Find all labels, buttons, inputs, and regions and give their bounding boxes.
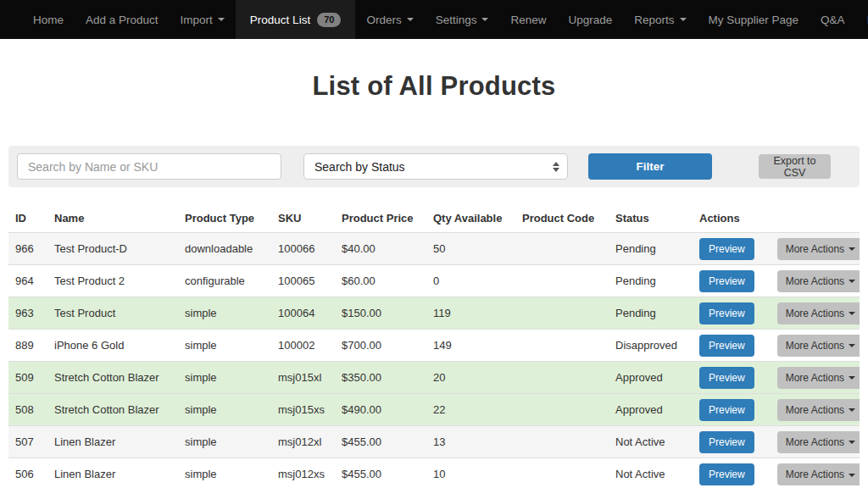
chevron-down-icon xyxy=(849,474,855,477)
cell-product-code xyxy=(515,330,609,362)
chevron-down-icon xyxy=(680,18,687,21)
status-select[interactable]: Search by Status xyxy=(303,153,568,180)
cell-product-type: configurable xyxy=(178,265,271,297)
cell-sku: msj015xs xyxy=(271,394,335,426)
cell-product-code xyxy=(515,362,609,394)
cell-price: $60.00 xyxy=(335,265,426,297)
more-actions-button[interactable]: More Actions xyxy=(777,335,860,357)
products-table: ID Name Product Type SKU Product Price Q… xyxy=(8,207,860,488)
cell-id: 506 xyxy=(8,458,47,488)
filter-button[interactable]: Filter xyxy=(588,153,712,180)
cell-qty: 149 xyxy=(426,330,515,362)
preview-button[interactable]: Preview xyxy=(699,399,754,421)
cell-sku: msj015xl xyxy=(271,362,335,394)
table-row: 506 Linen Blazer simple msj012xs $455.00… xyxy=(8,458,860,488)
column-header-id: ID xyxy=(8,207,47,233)
nav-item-add-a-product[interactable]: Add a Product xyxy=(75,0,170,39)
preview-button[interactable]: Preview xyxy=(699,463,754,485)
column-header-status: Status xyxy=(609,207,693,233)
cell-product-code xyxy=(515,297,609,330)
nav-item-settings[interactable]: Settings xyxy=(425,0,500,39)
chevron-down-icon xyxy=(849,247,855,251)
cell-name: Stretch Cotton Blazer xyxy=(47,394,178,426)
cell-product-type: simple xyxy=(178,330,271,362)
chevron-down-icon xyxy=(407,18,414,21)
cell-id: 964 xyxy=(8,265,47,297)
cell-status: Approved xyxy=(609,394,693,426)
preview-button[interactable]: Preview xyxy=(699,367,754,389)
cell-product-type: simple xyxy=(178,297,271,330)
chevron-down-icon xyxy=(481,18,488,21)
cell-sku: 100065 xyxy=(271,265,335,297)
product-count-badge: 70 xyxy=(317,13,341,27)
nav-label: Settings xyxy=(436,14,477,26)
nav-label: Add a Product xyxy=(86,14,159,26)
search-input[interactable] xyxy=(17,153,281,180)
cell-sku: msj012xl xyxy=(271,426,335,458)
export-to-csv-button[interactable]: Export to CSV xyxy=(759,154,831,179)
more-actions-button[interactable]: More Actions xyxy=(777,431,860,453)
nav-label: Upgrade xyxy=(568,14,612,26)
cell-qty: 22 xyxy=(426,394,515,426)
nav-label: Reports xyxy=(634,14,674,26)
nav-item-upgrade[interactable]: Upgrade xyxy=(557,0,623,39)
table-row: 889 iPhone 6 Gold simple 100002 $700.00 … xyxy=(8,330,860,362)
column-header-product-price: Product Price xyxy=(335,207,426,233)
cell-product-code xyxy=(515,233,609,265)
table-row: 964 Test Product 2 configurable 100065 $… xyxy=(8,265,860,297)
nav-label: My Supplier Page xyxy=(709,14,799,26)
status-select-value: Search by Status xyxy=(314,160,405,174)
cell-id: 508 xyxy=(8,394,47,426)
more-actions-button[interactable]: More Actions xyxy=(777,367,860,389)
column-header-name: Name xyxy=(47,207,178,233)
preview-button[interactable]: Preview xyxy=(699,302,754,324)
nav-item-back-to-home-page[interactable]: Back to Home Page xyxy=(856,0,868,39)
more-actions-button[interactable]: More Actions xyxy=(777,399,860,421)
nav-label: Product List xyxy=(250,14,310,26)
cell-name: Test Product-D xyxy=(47,233,178,265)
cell-price: $490.00 xyxy=(335,394,426,426)
more-actions-button[interactable]: More Actions xyxy=(777,238,860,260)
cell-id: 966 xyxy=(8,233,47,265)
nav-item-import[interactable]: Import xyxy=(170,0,236,39)
nav-item-product-list[interactable]: Product List70 xyxy=(236,0,356,39)
top-navbar: Home Add a Product Import Product List70… xyxy=(0,0,868,39)
cell-product-type: simple xyxy=(178,426,271,458)
more-actions-button[interactable]: More Actions xyxy=(777,302,860,324)
cell-name: Stretch Cotton Blazer xyxy=(47,362,178,394)
column-header-sku: SKU xyxy=(271,207,335,233)
column-header-actions: Actions xyxy=(693,207,860,233)
cell-qty: 20 xyxy=(426,362,515,394)
cell-product-type: downloadable xyxy=(178,233,271,265)
cell-product-code xyxy=(515,265,609,297)
preview-button[interactable]: Preview xyxy=(699,270,754,292)
cell-status: Pending xyxy=(609,297,693,330)
page-title: List of All Products xyxy=(0,71,868,102)
preview-button[interactable]: Preview xyxy=(699,238,754,260)
nav-item-renew[interactable]: Renew xyxy=(499,0,557,39)
table-row: 963 Test Product simple 100064 $150.00 1… xyxy=(8,297,860,330)
preview-button[interactable]: Preview xyxy=(699,335,754,357)
cell-qty: 0 xyxy=(426,265,515,297)
preview-button[interactable]: Preview xyxy=(699,431,754,453)
chevron-down-icon xyxy=(849,376,855,380)
cell-product-type: simple xyxy=(178,362,271,394)
cell-price: $455.00 xyxy=(335,458,426,488)
cell-sku: 100066 xyxy=(271,233,335,265)
cell-name: iPhone 6 Gold xyxy=(47,330,178,362)
column-header-product-type: Product Type xyxy=(178,207,271,233)
nav-item-orders[interactable]: Orders xyxy=(355,0,424,39)
cell-price: $150.00 xyxy=(335,297,426,330)
cell-price: $40.00 xyxy=(335,233,426,265)
more-actions-button[interactable]: More Actions xyxy=(777,270,860,292)
nav-item-qa[interactable]: Q&A xyxy=(810,0,856,39)
more-actions-button[interactable]: More Actions xyxy=(777,463,860,485)
nav-item-reports[interactable]: Reports xyxy=(623,0,697,39)
cell-name: Linen Blazer xyxy=(47,458,178,488)
nav-label: Orders xyxy=(366,14,401,26)
chevron-down-icon xyxy=(849,408,855,412)
nav-item-my-supplier-page[interactable]: My Supplier Page xyxy=(698,0,810,39)
cell-status: Not Active xyxy=(609,426,693,458)
cell-qty: 13 xyxy=(426,426,515,458)
nav-item-home[interactable]: Home xyxy=(22,0,75,39)
